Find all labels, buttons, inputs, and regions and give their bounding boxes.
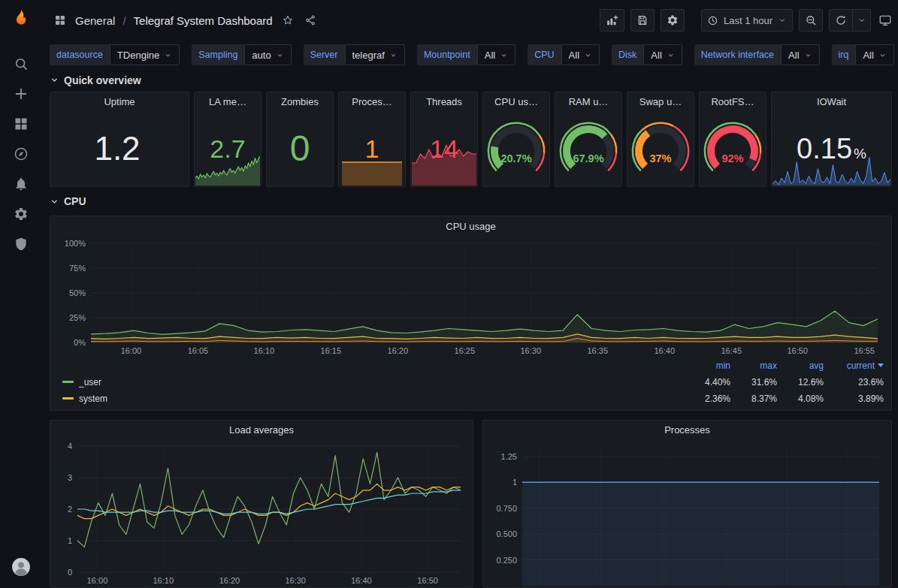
sidebar-item-explore[interactable] xyxy=(0,139,42,169)
svg-text:2: 2 xyxy=(68,505,72,514)
variable-value-dropdown[interactable]: All xyxy=(561,44,600,65)
legend-header: min max avg current xyxy=(50,357,891,374)
legend-series-label[interactable]: _user xyxy=(62,377,684,387)
dashboard-grid-icon[interactable] xyxy=(53,13,68,28)
save-dashboard-button[interactable] xyxy=(630,9,655,32)
processes-value: 1 xyxy=(339,112,405,187)
refresh-interval-dropdown[interactable] xyxy=(853,9,871,32)
share-dashboard-button[interactable] xyxy=(303,13,318,28)
sidebar-item-server-admin[interactable] xyxy=(0,229,42,259)
refresh-icon xyxy=(835,14,847,26)
bottom-row: Load averages 0123416:0016:1016:2016:301… xyxy=(50,420,892,588)
panel-title[interactable]: Zombies xyxy=(267,92,333,112)
bell-icon xyxy=(14,176,29,191)
panel-title[interactable]: Proces… xyxy=(339,92,405,112)
row-header-quick-overview[interactable]: Quick overview xyxy=(50,71,892,90)
svg-text:92%: 92% xyxy=(721,152,743,164)
svg-text:16:10: 16:10 xyxy=(254,346,275,355)
svg-text:25%: 25% xyxy=(69,313,86,322)
variable-value-dropdown[interactable]: All xyxy=(643,44,682,65)
compass-icon xyxy=(14,146,29,161)
svg-text:16:00: 16:00 xyxy=(87,576,108,585)
series-color-swatch xyxy=(62,397,74,400)
star-icon xyxy=(282,14,294,26)
panel-title[interactable]: LA me… xyxy=(195,92,261,112)
panel-title[interactable]: CPU usage xyxy=(50,216,891,237)
grafana-logo[interactable] xyxy=(10,8,32,31)
swap-usage-gauge: 37% xyxy=(627,112,694,187)
panel-title[interactable]: RootFS… xyxy=(700,92,766,112)
rootfs-usage-gauge: 92% xyxy=(700,112,766,187)
legend-sort-min[interactable]: min xyxy=(684,360,730,371)
svg-text:100%: 100% xyxy=(65,239,86,248)
panel-cpu-usage: CPU usage 0%25%50%75%100%16:0016:0516:10… xyxy=(50,216,892,411)
sidebar-item-create[interactable] xyxy=(0,79,42,109)
threads-value: 14 xyxy=(411,112,477,187)
panel-rootfs-gauge: RootFS… 92% xyxy=(699,92,766,188)
breadcrumb-folder[interactable]: General xyxy=(75,14,115,27)
svg-text:16:45: 16:45 xyxy=(721,346,742,355)
row-header-cpu[interactable]: CPU xyxy=(50,191,892,211)
zoom-out-time-button[interactable] xyxy=(799,9,823,32)
variable-label: Network interface xyxy=(694,44,781,65)
panel-title[interactable]: Processes xyxy=(483,421,891,440)
chevron-down-icon xyxy=(778,16,787,25)
chevron-down-icon xyxy=(50,197,59,207)
variable-value-dropdown[interactable]: TDengine xyxy=(110,44,180,65)
panel-title[interactable]: IOWait xyxy=(772,92,891,112)
svg-text:16:30: 16:30 xyxy=(285,576,306,585)
refresh-dashboard-button[interactable] xyxy=(829,9,853,32)
add-panel-button[interactable] xyxy=(600,9,624,32)
legend-max: 31.6% xyxy=(730,377,777,387)
panel-title[interactable]: RAM u… xyxy=(555,92,621,112)
legend-series-label[interactable]: system xyxy=(62,394,684,404)
user-avatar-icon xyxy=(11,557,31,577)
panel-title[interactable]: Swap u… xyxy=(627,92,694,112)
variable-chip-network-interface: Network interface All xyxy=(694,44,820,65)
star-dashboard-button[interactable] xyxy=(280,13,295,28)
svg-text:50%: 50% xyxy=(69,288,86,297)
cpu-usage-chart[interactable]: 0%25%50%75%100%16:0016:0516:1016:1516:20… xyxy=(56,237,885,357)
panel-title[interactable]: CPU us… xyxy=(483,92,549,112)
user-avatar-button[interactable] xyxy=(11,557,31,577)
chevron-down-icon xyxy=(500,51,508,59)
variable-value: All xyxy=(569,50,579,61)
svg-text:16:35: 16:35 xyxy=(588,346,609,355)
processes-chart[interactable]: 0.2500.5000.75011.25 xyxy=(488,440,887,587)
variable-value: All xyxy=(863,50,873,61)
panel-title[interactable]: Threads xyxy=(411,92,477,112)
variable-label: Disk xyxy=(612,44,643,65)
legend-sort-current[interactable]: current xyxy=(847,360,884,371)
clock-icon xyxy=(707,15,718,26)
sidebar-item-alerting[interactable] xyxy=(0,169,42,199)
legend-sort-avg[interactable]: avg xyxy=(777,360,824,371)
legend-max: 8.37% xyxy=(730,394,777,404)
variable-value-dropdown[interactable]: All xyxy=(781,44,819,65)
legend-avg: 12.6% xyxy=(777,377,824,387)
variable-chip-mountpoint: Mountpoint All xyxy=(417,44,516,65)
dashboard-settings-button[interactable] xyxy=(661,9,685,32)
svg-text:16:15: 16:15 xyxy=(321,346,342,355)
iowait-value: 0.15% xyxy=(772,112,891,187)
legend-sort-max[interactable]: max xyxy=(730,360,777,371)
tv-mode-button[interactable] xyxy=(877,12,893,29)
dashboard-title: Telegraf System Dashboard xyxy=(134,14,273,27)
variable-chip-datasource: datasource TDengine xyxy=(50,44,180,65)
panel-title[interactable]: Uptime xyxy=(50,92,189,112)
sidebar-item-search[interactable] xyxy=(0,49,42,79)
variable-value-dropdown[interactable]: All xyxy=(477,44,516,65)
time-range-picker[interactable]: Last 1 hour xyxy=(701,9,793,32)
variable-value-dropdown[interactable]: telegraf xyxy=(345,44,405,65)
panel-title[interactable]: Load averages xyxy=(50,421,473,440)
sidebar-item-configuration[interactable] xyxy=(0,199,42,229)
svg-text:0%: 0% xyxy=(74,338,86,347)
main-area: General / Telegraf System Dashboard xyxy=(42,0,898,588)
load-averages-chart[interactable]: 0123416:0016:1016:2016:3016:4016:50 xyxy=(55,440,468,587)
sidebar-item-dashboards[interactable] xyxy=(0,109,42,139)
variable-value-dropdown[interactable]: auto xyxy=(244,44,291,65)
row-title: Quick overview xyxy=(64,74,141,86)
gear-icon xyxy=(667,14,679,26)
panel-zombies: Zombies 0 xyxy=(266,92,334,188)
variable-value-dropdown[interactable]: All xyxy=(855,44,893,65)
variable-label: datasource xyxy=(50,44,110,65)
